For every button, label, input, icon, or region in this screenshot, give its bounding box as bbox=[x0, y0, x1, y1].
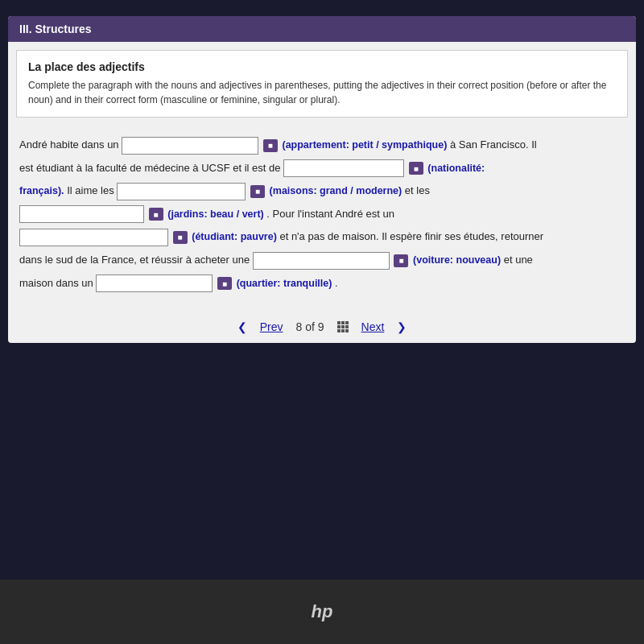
next-button[interactable]: Next bbox=[361, 320, 385, 333]
answer-input-6[interactable] bbox=[253, 252, 390, 270]
hint-text-2b: français). bbox=[19, 185, 64, 196]
grid-dot bbox=[337, 325, 341, 328]
hint-text-4: (jardins: beau / vert) bbox=[167, 208, 263, 220]
answer-input-1[interactable] bbox=[122, 137, 258, 155]
grid-dot bbox=[341, 325, 345, 328]
prev-chevron: ❮ bbox=[237, 320, 247, 333]
hint-button-3[interactable]: ■ bbox=[250, 185, 265, 198]
exercise-info-box: La place des adjectifs Complete the para… bbox=[16, 50, 628, 118]
grid-dot bbox=[345, 329, 349, 332]
answer-input-5[interactable] bbox=[19, 229, 168, 246]
text-before-1: André habite dans un bbox=[19, 138, 122, 151]
grid-dot bbox=[337, 321, 341, 324]
text-after-1: à San Francisco. Il bbox=[450, 138, 537, 151]
grid-dot bbox=[345, 325, 349, 328]
hint-button-2[interactable]: ■ bbox=[409, 162, 423, 175]
text-after-3: et les bbox=[405, 184, 430, 196]
hint-button-6[interactable]: ■ bbox=[394, 254, 408, 267]
text-before-2: est étudiant à la faculté de médecine à … bbox=[19, 162, 283, 174]
text-before-6: dans le sud de la France, et réussir à a… bbox=[19, 254, 253, 266]
exercise-instructions: Complete the paragraph with the nouns an… bbox=[28, 78, 616, 107]
grid-view-icon[interactable] bbox=[337, 321, 349, 332]
hint-text-2: (nationalité: bbox=[427, 163, 485, 174]
text-after-6: et une bbox=[504, 254, 533, 266]
navigation-bar: ❮ Prev 8 of 9 Next ❯ bbox=[8, 306, 636, 343]
main-screen: III. Structures La place des adjectifs C… bbox=[8, 16, 636, 343]
text-after-5: et n'a pas de maison. Il espère finir se… bbox=[279, 230, 543, 242]
text-after-4: . Pour l'instant André est un bbox=[266, 208, 394, 220]
text-mid-3: Il aime les bbox=[67, 184, 117, 196]
hint-text-1: (appartement: petit / sympathique) bbox=[282, 139, 447, 151]
hint-text-7: (quartier: tranquille) bbox=[237, 278, 332, 289]
grid-dot bbox=[341, 321, 345, 324]
answer-input-3[interactable] bbox=[117, 183, 246, 200]
prev-button[interactable]: Prev bbox=[260, 320, 283, 333]
hint-button-5[interactable]: ■ bbox=[173, 231, 188, 244]
exercise-title: La place des adjectifs bbox=[28, 60, 616, 73]
answer-input-2[interactable] bbox=[283, 159, 404, 177]
exercise-area: André habite dans un ■ (appartement: pet… bbox=[8, 126, 636, 306]
hint-button-7[interactable]: ■ bbox=[217, 277, 232, 290]
answer-input-4[interactable] bbox=[19, 205, 144, 223]
hint-text-6: (voiture: nouveau) bbox=[413, 254, 501, 266]
hint-text-3: (maisons: grand / moderne) bbox=[270, 185, 402, 196]
hint-button-4[interactable]: ■ bbox=[149, 208, 163, 221]
grid-dot bbox=[337, 329, 341, 332]
hint-text-5: (étudiant: pauvre) bbox=[192, 231, 277, 242]
next-chevron: ❯ bbox=[397, 320, 407, 333]
page-info: 8 of 9 bbox=[295, 320, 324, 333]
hp-logo: hp bbox=[312, 601, 333, 622]
hint-button-1[interactable]: ■ bbox=[263, 139, 278, 152]
section-title: III. Structures bbox=[19, 23, 91, 35]
answer-input-7[interactable] bbox=[96, 275, 213, 292]
laptop-bottom-bezel: hp bbox=[0, 580, 644, 644]
section-header: III. Structures bbox=[8, 16, 636, 42]
text-before-7: maison dans un bbox=[19, 277, 96, 289]
grid-dot bbox=[345, 321, 349, 324]
text-after-7: . bbox=[335, 277, 338, 289]
grid-dot bbox=[341, 329, 345, 332]
